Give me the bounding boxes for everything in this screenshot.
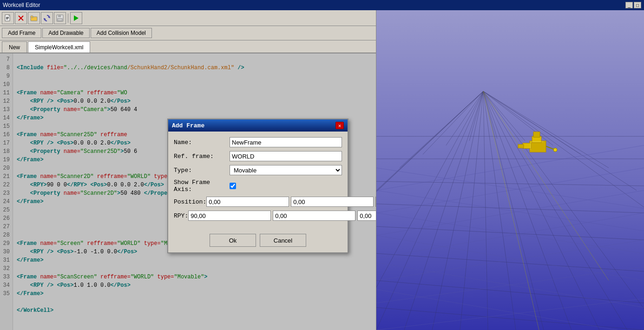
simple-workcell-tab[interactable]: SimpleWorkcell.xml [28, 41, 90, 53]
svg-marker-16 [74, 15, 79, 21]
svg-rect-70 [523, 143, 531, 149]
type-select[interactable]: Fixed Movable Prismatic Revolute [230, 165, 342, 175]
position-z-input[interactable] [375, 197, 376, 207]
buttons-bar: Add Frame Add Drawable Add Collision Mod… [0, 26, 376, 40]
ref-frame-row: Ref. frame: [174, 151, 342, 161]
tabs-bar: New SimpleWorkcell.xml [0, 40, 376, 53]
modal-overlay: Add Frame ✕ Name: Ref. frame: [0, 53, 376, 330]
save-button[interactable] [54, 12, 66, 24]
view-panel [376, 10, 644, 330]
modal-title-bar: Add Frame ✕ [168, 119, 348, 132]
position-y-input[interactable] [291, 197, 374, 207]
rpy-group [188, 211, 376, 221]
new-file-button[interactable] [2, 12, 14, 24]
minimize-button[interactable]: _ [625, 2, 633, 8]
svg-rect-14 [58, 15, 61, 17]
modal-buttons: Ok Cancel [168, 230, 348, 252]
svg-rect-15 [58, 19, 62, 21]
editor-panel: Add Frame Add Drawable Add Collision Mod… [0, 10, 376, 330]
new-tab[interactable]: New [2, 41, 27, 53]
type-label: Type: [174, 167, 230, 174]
position-x-input[interactable] [206, 197, 289, 207]
svg-rect-71 [518, 145, 524, 148]
add-frame-button[interactable]: Add Frame [2, 28, 41, 38]
svg-point-73 [553, 148, 557, 152]
refresh-button[interactable] [41, 12, 53, 24]
delete-button[interactable] [15, 12, 27, 24]
cancel-button[interactable]: Cancel [260, 234, 306, 247]
open-button[interactable] [28, 12, 40, 24]
maximize-button[interactable]: □ [634, 2, 641, 8]
modal-body: Name: Ref. frame: Type: Fixed [168, 132, 348, 230]
add-drawable-button[interactable]: Add Drawable [42, 28, 89, 38]
rpy-row: RPY: [174, 211, 342, 221]
svg-rect-17 [376, 10, 644, 330]
main-container: Add Frame Add Drawable Add Collision Mod… [0, 10, 644, 330]
code-area[interactable]: 7891011 1213141516 1718192021 2223242526… [0, 53, 376, 330]
title-bar-controls: _ □ [625, 2, 641, 8]
svg-rect-10 [31, 16, 33, 18]
grid-svg [376, 10, 644, 330]
add-frame-dialog: Add Frame ✕ Name: Ref. frame: [167, 119, 348, 253]
show-frame-axis-label: Show Frame Axis: [174, 179, 230, 193]
toolbar [0, 10, 376, 26]
app-title: Workcell Editor [3, 2, 40, 8]
position-label: Position: [174, 198, 206, 205]
show-frame-axis-row: Show Frame Axis: [174, 179, 342, 193]
modal-close-button[interactable]: ✕ [335, 122, 344, 129]
position-group [206, 197, 376, 207]
name-input[interactable] [230, 137, 342, 147]
rpy-p-input[interactable] [273, 211, 355, 221]
position-row: Position: [174, 197, 342, 207]
ok-button[interactable]: Ok [210, 234, 256, 247]
show-frame-axis-checkbox[interactable] [230, 183, 236, 189]
ref-frame-label: Ref. frame: [174, 153, 230, 160]
name-row: Name: [174, 137, 342, 147]
svg-rect-69 [533, 132, 540, 138]
name-label: Name: [174, 139, 230, 146]
ref-frame-input[interactable] [230, 151, 342, 161]
toolbar-separator [68, 13, 68, 23]
rpy-r-input[interactable] [188, 211, 271, 221]
rpy-label: RPY: [174, 212, 188, 219]
run-button[interactable] [70, 12, 82, 24]
add-collision-model-button[interactable]: Add Collision Model [91, 28, 152, 38]
rpy-y-input[interactable] [357, 211, 376, 221]
title-bar: Workcell Editor _ □ [0, 0, 644, 10]
modal-title: Add Frame [172, 122, 204, 129]
type-row: Type: Fixed Movable Prismatic Revolute [174, 165, 342, 175]
